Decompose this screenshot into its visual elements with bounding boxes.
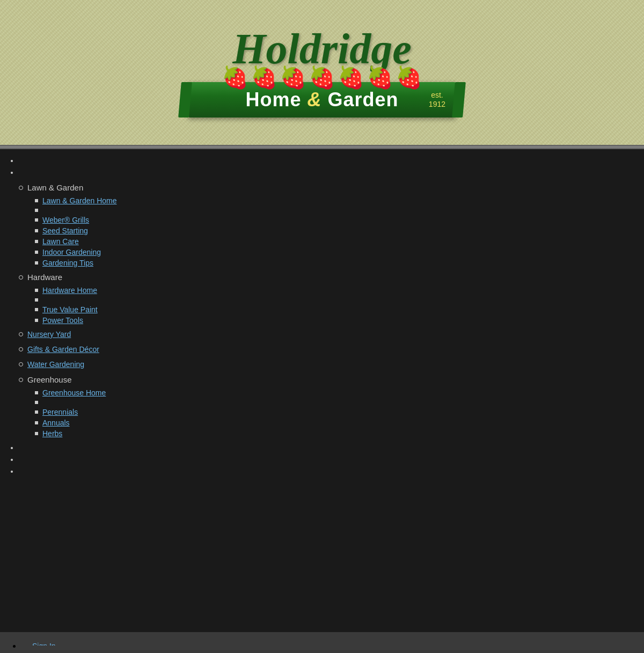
gardening-tips-link[interactable]: Gardening Tips bbox=[42, 259, 93, 267]
water-gardening-category: Water Gardening bbox=[19, 358, 644, 371]
nav-subitem-seed-starting: Seed Starting bbox=[35, 225, 644, 236]
strawberry-icon: 🍓 bbox=[222, 65, 248, 90]
nav-subitem-lawn-care: Lawn Care bbox=[35, 236, 644, 247]
hardware-sublist: Hardware Home True Value Paint Power Too… bbox=[19, 285, 644, 326]
square-bullet-icon bbox=[35, 251, 38, 254]
nav-top-item-2 bbox=[19, 166, 644, 178]
greenhouse-label: Greenhouse bbox=[27, 375, 72, 384]
nursery-yard-category: Nursery Yard bbox=[19, 328, 644, 341]
nav-bottom-item-2 bbox=[19, 453, 644, 465]
square-bullet-icon bbox=[35, 391, 38, 394]
lawn-garden-label: Lawn & Garden bbox=[27, 183, 83, 192]
strawberry-icon: 🍓 bbox=[309, 65, 335, 90]
square-bullet-icon bbox=[35, 319, 38, 322]
circle-bullet-icon bbox=[19, 378, 23, 382]
square-bullet-icon bbox=[35, 421, 38, 424]
logo-container: Holdridge 🍓 🍓 🍓 🍓 🍓 🍓 🍓 Home & Garden es… bbox=[188, 27, 456, 118]
hardware-label: Hardware bbox=[27, 273, 62, 282]
nav-section: Lawn & Garden Lawn & Garden Home Weber® … bbox=[11, 181, 644, 439]
strawberry-decoration: 🍓 🍓 🍓 🍓 🍓 🍓 🍓 bbox=[221, 65, 423, 90]
perennials-link[interactable]: Perennials bbox=[42, 408, 78, 416]
ampersand: & bbox=[307, 89, 321, 111]
lawn-garden-category: Lawn & Garden bbox=[19, 181, 644, 194]
footer-links: Sign In Register bbox=[0, 632, 644, 653]
nav-subitem-empty-1 bbox=[35, 206, 644, 215]
nav-gifts-garden-decor: Gifts & Garden Décor bbox=[19, 343, 644, 356]
strawberry-icon: 🍓 bbox=[280, 65, 306, 90]
seed-starting-link[interactable]: Seed Starting bbox=[42, 226, 88, 235]
navigation: Lawn & Garden Lawn & Garden Home Weber® … bbox=[0, 149, 644, 632]
nav-subitem-empty-2 bbox=[35, 296, 644, 304]
nav-water-gardening: Water Gardening bbox=[19, 358, 644, 371]
square-bullet-icon bbox=[35, 298, 38, 302]
greenhouse-category: Greenhouse bbox=[19, 373, 644, 386]
square-bullet-icon bbox=[35, 308, 38, 311]
square-bullet-icon bbox=[35, 209, 38, 212]
indoor-gardening-link[interactable]: Indoor Gardening bbox=[42, 248, 101, 256]
nav-bottom-item-1 bbox=[19, 442, 644, 453]
square-bullet-icon bbox=[35, 199, 38, 202]
circle-bullet-icon bbox=[19, 186, 23, 190]
nursery-yard-link[interactable]: Nursery Yard bbox=[27, 330, 71, 339]
lawn-care-link[interactable]: Lawn Care bbox=[42, 237, 79, 246]
strawberry-icon: 🍓 bbox=[367, 65, 393, 90]
nav-greenhouse: Greenhouse Greenhouse Home Perennials bbox=[19, 373, 644, 439]
power-tools-link[interactable]: Power Tools bbox=[42, 316, 83, 325]
nav-subitem-empty-3 bbox=[35, 398, 644, 407]
greenhouse-home-link[interactable]: Greenhouse Home bbox=[42, 388, 106, 397]
footer-link-list: Sign In Register bbox=[11, 640, 633, 653]
established-text: est.1912 bbox=[429, 91, 445, 109]
site-title: Holdridge bbox=[232, 27, 411, 70]
greenhouse-sublist: Greenhouse Home Perennials Annuals bbox=[19, 387, 644, 439]
lawn-garden-home-link[interactable]: Lawn & Garden Home bbox=[42, 196, 117, 205]
weber-grills-link[interactable]: Weber® Grills bbox=[42, 216, 89, 224]
lawn-garden-sublist: Lawn & Garden Home Weber® Grills Seed St… bbox=[19, 195, 644, 268]
herbs-link[interactable]: Herbs bbox=[42, 429, 62, 438]
gifts-garden-decor-link[interactable]: Gifts & Garden Décor bbox=[27, 345, 99, 354]
footer-sign-in-item: Sign In bbox=[21, 640, 633, 652]
circle-bullet-icon bbox=[19, 332, 23, 336]
register-link[interactable]: Register bbox=[21, 645, 71, 653]
nav-nursery-yard: Nursery Yard bbox=[19, 328, 644, 341]
gifts-garden-decor-category: Gifts & Garden Décor bbox=[19, 343, 644, 356]
nav-subitem-lawn-garden-home: Lawn & Garden Home bbox=[35, 195, 644, 206]
strawberry-icon: 🍓 bbox=[338, 65, 364, 90]
site-header: Holdridge 🍓 🍓 🍓 🍓 🍓 🍓 🍓 Home & Garden es… bbox=[0, 0, 644, 145]
circle-bullet-icon bbox=[19, 347, 23, 351]
nav-top-list bbox=[11, 155, 644, 178]
water-gardening-link[interactable]: Water Gardening bbox=[27, 360, 84, 369]
nav-subitem-gardening-tips: Gardening Tips bbox=[35, 258, 644, 268]
nav-bottom-item-3 bbox=[19, 465, 644, 477]
nav-hardware: Hardware Hardware Home True Value Paint bbox=[19, 270, 644, 326]
circle-bullet-icon bbox=[19, 362, 23, 366]
square-bullet-icon bbox=[35, 218, 38, 222]
annuals-link[interactable]: Annuals bbox=[42, 419, 70, 427]
nav-category-list: Lawn & Garden Lawn & Garden Home Weber® … bbox=[19, 181, 644, 439]
square-bullet-icon bbox=[35, 289, 38, 292]
nav-subitem-weber-grills: Weber® Grills bbox=[35, 215, 644, 225]
nav-subitem-true-value-paint: True Value Paint bbox=[35, 304, 644, 315]
banner-text: Home & Garden bbox=[245, 89, 398, 111]
nav-subitem-greenhouse-home: Greenhouse Home bbox=[35, 387, 644, 398]
header-separator bbox=[0, 145, 644, 149]
square-bullet-icon bbox=[35, 261, 38, 265]
nav-bottom-list bbox=[11, 442, 644, 477]
square-bullet-icon bbox=[35, 401, 38, 404]
strawberry-icon: 🍓 bbox=[396, 65, 422, 90]
true-value-paint-link[interactable]: True Value Paint bbox=[42, 305, 98, 314]
nav-subitem-hardware-home: Hardware Home bbox=[35, 285, 644, 296]
square-bullet-icon bbox=[35, 432, 38, 435]
nav-lawn-garden: Lawn & Garden Lawn & Garden Home Weber® … bbox=[19, 181, 644, 268]
hardware-category: Hardware bbox=[19, 270, 644, 284]
nav-top-item-1 bbox=[19, 155, 644, 166]
nav-subitem-annuals: Annuals bbox=[35, 417, 644, 428]
square-bullet-icon bbox=[35, 229, 38, 232]
square-bullet-icon bbox=[35, 240, 38, 243]
nav-subitem-power-tools: Power Tools bbox=[35, 315, 644, 326]
circle-bullet-icon bbox=[19, 275, 23, 280]
nav-subitem-perennials: Perennials bbox=[35, 407, 644, 417]
hardware-home-link[interactable]: Hardware Home bbox=[42, 286, 97, 295]
strawberry-icon: 🍓 bbox=[251, 65, 277, 90]
nav-subitem-indoor-gardening: Indoor Gardening bbox=[35, 247, 644, 258]
square-bullet-icon bbox=[35, 410, 38, 414]
